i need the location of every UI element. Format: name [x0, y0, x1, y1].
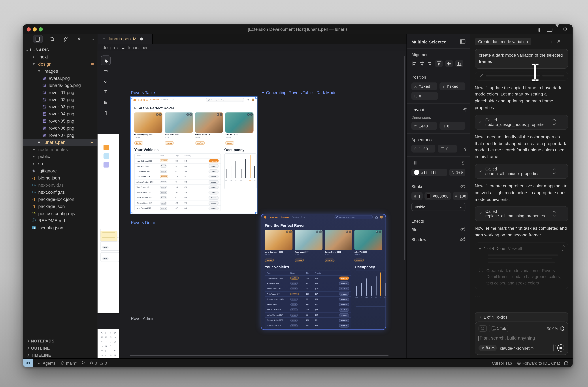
table-row-dark[interactable]: Xanthe Rover 2101 Rented 89 $60 Contact [265, 286, 351, 291]
attach-image-icon[interactable] [554, 345, 554, 351]
table-row[interactable]: Xanthe Rover 2101 Rented 89 $60 Contact [135, 168, 220, 174]
rover-card[interactable]: ↻○ Rove Mars 2099 26 trips $75/day [165, 112, 193, 145]
mini-search[interactable]: Base, Airport, or Region [206, 98, 244, 102]
file-tree-row[interactable]: package.json [23, 203, 97, 210]
palette-icon[interactable]: ▦ [101, 336, 103, 339]
fill-swatch[interactable] [414, 170, 419, 175]
row-action-button[interactable]: Contact [209, 191, 219, 194]
frame-rovers-table-dark[interactable]: LUNARIS Dashboard Favorites Trips Base, … [261, 214, 386, 329]
tab-context-chip[interactable]: 1 Tab [489, 325, 508, 332]
align-middle-button[interactable] [445, 60, 453, 67]
palette-icon[interactable]: ▨ [114, 354, 116, 356]
opacity-field[interactable]: O1.00 [411, 145, 436, 153]
stroke-alpha-field[interactable]: A100 [453, 192, 468, 200]
tool-call-card[interactable]: ✓ Called update_design_nodes_propertie: … [475, 115, 568, 130]
table-row[interactable]: Crimson Stalker 2103 Rented 158 $81 Cont… [135, 200, 220, 205]
workspace-root[interactable]: LUNARIS [23, 46, 97, 53]
fill-alpha-field[interactable]: A100 [449, 169, 465, 176]
shadow-visibility-off-icon[interactable] [460, 237, 465, 242]
frame-rovers-table[interactable]: LUNARIS Dashboard Favorites Trips Base, … [131, 97, 257, 214]
git-branch-status[interactable]: main* [61, 361, 77, 366]
table-row-dark[interactable]: Titan Voyager X1 Rented 142 $72 Contact [265, 302, 351, 307]
notifications-bell-icon[interactable] [564, 361, 568, 365]
table-row[interactable]: Vortex Phantom 2107 Rented 91 $68 Contac… [135, 195, 220, 200]
frame-label-rovers-table[interactable]: Rovers Table [131, 90, 155, 95]
table-row[interactable]: Luna Oddyssey 2096 Available 380 $65 Pro… [135, 158, 220, 163]
palette-icon[interactable]: ✎ [101, 340, 103, 343]
rover-card-dark[interactable]: ↻○ Luna Oddyssey 2096 380 trips $46/day [265, 230, 293, 262]
table-row-dark[interactable]: Acheron Mustang 2054 Rented 75 $55 Conta… [265, 296, 351, 302]
file-tree-row[interactable]: tsconfig.json [23, 224, 97, 231]
palette-icon[interactable]: # [110, 349, 111, 352]
align-bottom-button[interactable] [455, 60, 463, 67]
collapsed-tool-card[interactable]: ✓ [475, 71, 568, 81]
nav-favorites[interactable]: Favorites [161, 99, 168, 101]
nav-trips[interactable]: Trips [171, 99, 174, 101]
height-field[interactable]: H0 [440, 122, 465, 130]
file-tree-row[interactable]: rover-05.png [23, 117, 97, 124]
table-row[interactable]: Apex Thunder 2110 Rented 297 $89 Contact [135, 205, 220, 211]
agent-mode-pill[interactable]: ∞ ⌘I [479, 345, 497, 351]
palette-icon[interactable]: ◇ [101, 345, 103, 347]
palette-icon[interactable]: ▭ [101, 349, 103, 352]
file-tree-row[interactable]: public [23, 153, 97, 160]
problems-status[interactable]: ⊗0 △0 [90, 361, 107, 366]
table-row-dark[interactable]: Vortex Phantom 2107 Rented 91 $68 Contac… [265, 312, 351, 318]
breadcrumb-file[interactable]: lunaris.pen [128, 45, 148, 50]
palette-icon[interactable]: ◍ [109, 354, 111, 356]
width-field[interactable]: W1440 [411, 122, 437, 130]
file-tree-row[interactable]: node_modules [23, 146, 97, 153]
rover-card-dark[interactable]: ↻○ Alba XYZ 2099 124 trips $98/day [355, 230, 382, 262]
file-tree-row[interactable]: images [23, 67, 97, 75]
color-swatch-purple[interactable] [104, 162, 109, 167]
canvas-horizontal-scrollbar[interactable] [130, 355, 388, 356]
file-tree-row[interactable]: lunaris.pen M [23, 139, 97, 146]
new-chat-icon[interactable]: + [550, 39, 553, 44]
chat-more-icon[interactable]: ··· [563, 39, 568, 44]
row-action-button[interactable]: Contact [209, 201, 219, 205]
row-action-button[interactable]: Contact [209, 196, 219, 200]
table-row-dark[interactable]: Apex Thunder 2110 Rented 297 $89 Contact [265, 323, 351, 328]
sidebar-section-header[interactable]: TIMELINE [23, 351, 97, 359]
row-action-button[interactable]: Contact [209, 180, 219, 184]
stop-generation-button[interactable] [557, 345, 565, 352]
chat-input[interactable] [480, 335, 565, 341]
add-layout-icon[interactable] [464, 108, 465, 112]
file-tree-row[interactable]: next.config.ts [23, 188, 97, 196]
y-position-field[interactable]: YMixed [440, 82, 465, 90]
fill-color-field[interactable]: #ffffff [411, 169, 447, 176]
file-tree-row[interactable]: src [23, 160, 97, 167]
table-row-dark[interactable]: Crimson Stalker 2103 Rented 158 $81 Cont… [265, 318, 351, 323]
frame-label-rover-admin[interactable]: Rover Admin [131, 316, 154, 321]
rotation-field[interactable]: R0 [411, 92, 438, 100]
row-action-button[interactable]: Contact [209, 185, 219, 189]
table-row[interactable]: Arsia Accord 2098 Available 120 $57 Cont… [135, 174, 220, 179]
x-position-field[interactable]: XMixed [411, 82, 437, 90]
source-control-icon[interactable] [61, 35, 70, 43]
row-action-button[interactable]: Promote [209, 159, 219, 162]
palette-icon[interactable]: ▱ [101, 354, 103, 356]
sticky-note[interactable] [101, 231, 117, 241]
file-tree-row[interactable]: rover-04.png [23, 110, 97, 117]
row-action-button[interactable]: Contact [209, 175, 219, 178]
palette-icon[interactable]: ↻ [110, 331, 111, 334]
file-tree-row[interactable]: rover-06.png [23, 124, 97, 132]
forward-to-ide-chat[interactable]: ◎Forward to IDE Chat [517, 361, 560, 366]
rover-card[interactable]: ↻○ Luna Oddyssey 2096 380 trips $46/day [134, 112, 163, 145]
breadcrumb-folder[interactable]: design [103, 45, 115, 50]
file-tree-row[interactable]: rover-02.png [23, 96, 97, 103]
palette-icon[interactable]: ◐ [105, 341, 107, 343]
file-tree-row[interactable]: design [23, 60, 97, 67]
canvas-vertical-scrollbar[interactable] [404, 56, 405, 260]
collapse-panel-icon[interactable] [460, 39, 465, 44]
palette-icon[interactable]: ✂ [114, 336, 116, 339]
sync-icon[interactable]: ↻ [82, 361, 85, 366]
avatar[interactable] [252, 99, 254, 101]
table-row-dark[interactable]: Arsia Accord 2098 Available 120 $57 Cont… [265, 291, 351, 296]
views-chevron-icon[interactable] [88, 35, 97, 43]
palette-icon[interactable]: ≡ [114, 349, 116, 352]
file-tree-row[interactable]: .gitignore [23, 167, 97, 174]
palette-icon[interactable]: ◎ [114, 340, 116, 343]
tool-call-card[interactable]: ✓ Called replace_all_matching_properties… [475, 206, 568, 221]
palette-icon[interactable]: ◻ [105, 354, 107, 356]
